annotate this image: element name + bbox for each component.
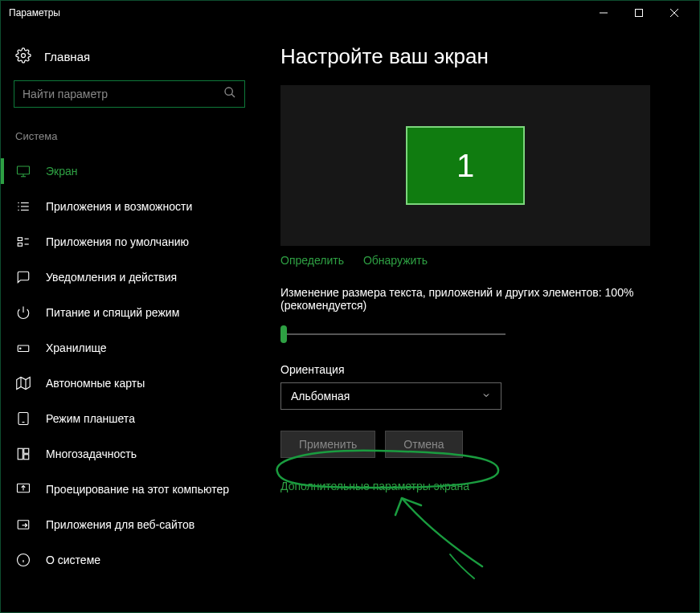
web-apps-icon [15,517,31,533]
svg-rect-17 [18,243,22,247]
sidebar: Главная Система Экран Приложения и возмо… [1,25,258,612]
detect-link[interactable]: Обнаружить [363,254,428,267]
titlebar: Параметры [1,1,699,25]
sidebar-item-projecting[interactable]: Проецирование на этот компьютер [1,472,258,507]
map-icon [15,375,31,391]
content-area: Главная Система Экран Приложения и возмо… [1,25,699,612]
power-icon [15,304,31,321]
sidebar-item-label: Многозадачность [46,447,137,460]
scale-text: Изменение размера текста, приложений и д… [280,286,658,312]
sidebar-item-label: Экран [46,165,78,178]
sidebar-item-label: Автономные карты [46,377,145,390]
home-label: Главная [44,50,90,63]
svg-line-6 [231,94,235,97]
sidebar-item-label: О системе [46,554,100,566]
sidebar-item-maps[interactable]: Автономные карты [1,366,258,401]
settings-window: Параметры Главная [0,0,700,613]
sidebar-item-web-apps[interactable]: Приложения для веб-сайтов [1,507,258,542]
apply-button[interactable]: Применить [280,431,375,458]
svg-rect-30 [24,455,29,460]
window-title: Параметры [9,7,593,18]
display-icon [15,163,31,179]
home-row[interactable]: Главная [1,41,258,80]
monitor-number: 1 [456,148,474,184]
sidebar-item-storage[interactable]: Хранилище [1,330,258,366]
sidebar-item-multitasking[interactable]: Многозадачность [1,436,258,472]
sidebar-item-label: Режим планшета [46,412,135,425]
svg-point-5 [225,88,232,95]
svg-rect-26 [18,413,28,425]
sidebar-item-label: Проецирование на этот компьютер [46,483,229,496]
svg-marker-23 [17,378,31,390]
svg-rect-16 [18,238,22,241]
svg-rect-7 [18,166,30,174]
orientation-dropdown[interactable]: Альбомная [280,382,501,410]
identify-link[interactable]: Определить [280,254,344,267]
sidebar-item-default-apps[interactable]: Приложения по умолчанию [1,224,258,260]
sidebar-item-label: Уведомления и действия [46,271,177,284]
monitor-1[interactable]: 1 [406,126,525,205]
titlebar-controls [593,2,691,23]
search-icon [223,86,236,102]
sidebar-item-apps[interactable]: Приложения и возможности [1,189,258,224]
advanced-display-link[interactable]: Дополнительные параметры экрана [280,480,469,492]
sidebar-item-display[interactable]: Экран [1,153,258,189]
search-input[interactable] [23,88,223,100]
orientation-label: Ориентация [280,363,677,376]
sidebar-item-about[interactable]: О системе [1,542,258,578]
sidebar-item-power[interactable]: Питание и спящий режим [1,295,258,330]
sidebar-item-label: Хранилище [46,341,107,354]
chevron-down-icon [481,390,491,403]
multitasking-icon [15,446,31,462]
minimize-button[interactable] [593,2,614,23]
close-button[interactable] [664,2,685,23]
slider-track [280,333,506,335]
list-icon [15,198,31,215]
svg-point-4 [22,54,26,58]
nav-list: Экран Приложения и возможности Приложени… [1,153,258,578]
sidebar-item-label: Приложения по умолчанию [46,235,189,248]
slider-thumb[interactable] [280,325,287,343]
svg-rect-33 [18,521,29,529]
sidebar-item-notifications[interactable]: Уведомления и действия [1,260,258,295]
sidebar-item-label: Питание и спящий режим [46,306,179,319]
display-links: Определить Обнаружить [280,254,677,267]
svg-rect-29 [24,448,29,453]
gear-icon [15,47,31,66]
svg-rect-1 [636,10,643,17]
project-icon [15,481,31,497]
main-content: Настройте ваш экран 1 Определить Обнаруж… [258,25,699,612]
sidebar-item-label: Приложения для веб-сайтов [46,518,194,531]
page-title: Настройте ваш экран [280,44,677,69]
maximize-button[interactable] [628,2,649,23]
scale-slider[interactable] [280,325,506,344]
storage-icon [15,340,31,356]
sidebar-item-label: Приложения и возможности [46,200,192,213]
notification-icon [15,269,31,285]
button-row: Применить Отмена [280,431,677,458]
svg-rect-28 [18,448,23,460]
display-preview[interactable]: 1 [280,85,650,246]
tablet-icon [15,411,31,427]
svg-point-22 [20,348,22,349]
cancel-button[interactable]: Отмена [385,431,462,458]
search-box[interactable] [14,80,245,108]
defaults-icon [15,234,31,250]
section-header: Система [1,122,258,153]
sidebar-item-tablet[interactable]: Режим планшета [1,401,258,436]
info-icon [15,552,31,568]
orientation-value: Альбомная [291,390,350,403]
